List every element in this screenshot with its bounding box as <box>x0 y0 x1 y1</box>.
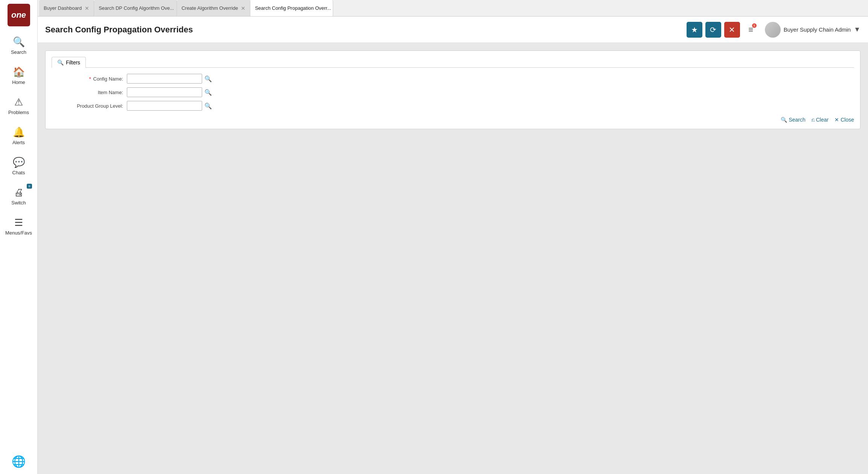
filter-panel: 🔍 Filters * Config Name: 🔍 Item Name: <box>45 50 860 129</box>
tab-label-buyer-dashboard: Buyer Dashboard <box>44 5 82 11</box>
filter-row-item-name: Item Name: 🔍 <box>52 87 854 97</box>
tab-label-create-algorithm: Create Algorithm Override <box>181 5 238 11</box>
close-filter-icon: ✕ <box>834 117 839 123</box>
home-icon: 🏠 <box>13 66 25 78</box>
filter-label-item-name: Item Name: <box>52 90 127 95</box>
tab-search-config-prop[interactable]: Search Config Propagation Overr... ✕ <box>250 0 333 16</box>
filter-row-product-group: Product Group Level: 🔍 <box>52 101 854 111</box>
switch-badge: ≡ <box>27 184 32 189</box>
sidebar-item-label-chats: Chats <box>12 170 25 175</box>
filter-row-config-name: * Config Name: 🔍 <box>52 74 854 84</box>
chat-icon: 💬 <box>13 157 25 168</box>
refresh-icon: ⟳ <box>710 25 716 34</box>
sidebar-item-home[interactable]: 🏠 Home <box>0 64 37 87</box>
tab-create-algorithm[interactable]: Create Algorithm Override ✕ <box>177 0 250 16</box>
search-button[interactable]: 🔍 Search <box>781 117 805 123</box>
sidebar-item-label-home: Home <box>12 79 25 85</box>
search-icon: 🔍 <box>13 36 25 48</box>
close-filter-label: Close <box>841 117 854 123</box>
tab-label-search-dp-config: Search DP Config Algorithm Ove... <box>99 5 174 11</box>
clear-btn-icon: ⎌ <box>812 117 815 123</box>
filter-body: * Config Name: 🔍 Item Name: 🔍 <box>52 67 854 123</box>
sidebar-item-alerts[interactable]: 🔔 Alerts <box>0 124 37 148</box>
item-name-input[interactable] <box>127 87 202 97</box>
clear-button[interactable]: ⎌ Clear <box>812 117 828 123</box>
clear-btn-label: Clear <box>816 117 828 123</box>
config-name-input[interactable] <box>127 74 202 84</box>
sidebar-item-label-problems: Problems <box>8 110 29 115</box>
filter-label-config-name: * Config Name: <box>52 76 127 82</box>
config-name-lookup-icon[interactable]: 🔍 <box>204 75 212 82</box>
switch-icon: 🖨 <box>14 187 24 198</box>
tab-close-create-algorithm[interactable]: ✕ <box>241 5 245 11</box>
close-icon: ✕ <box>729 25 735 34</box>
tab-close-buyer-dashboard[interactable]: ✕ <box>85 5 89 11</box>
user-section: Buyer Supply Chain Admin ▼ <box>765 22 860 38</box>
page-header: Search Config Propagation Overrides ★ ⟳ … <box>38 17 868 43</box>
sidebar-item-label-alerts: Alerts <box>12 140 25 145</box>
close-button[interactable]: ✕ <box>724 22 740 38</box>
sidebar-globe[interactable]: 🌐 <box>12 455 26 468</box>
sidebar-item-problems[interactable]: ⚠ Problems <box>0 94 37 117</box>
app-logo-text: one <box>11 10 26 20</box>
sidebar-item-label-switch: Switch <box>11 200 26 206</box>
required-star: * <box>89 76 91 82</box>
search-btn-label: Search <box>789 117 805 123</box>
menu-button[interactable]: ≡ 1 <box>743 22 759 38</box>
sidebar-item-switch[interactable]: 🖨 ≡ Switch <box>0 184 37 208</box>
star-button[interactable]: ★ <box>687 22 702 38</box>
filter-icon: 🔍 <box>57 59 64 66</box>
main-area: Buyer Dashboard ✕ Search DP Config Algor… <box>38 0 868 474</box>
close-filter-button[interactable]: ✕ Close <box>834 117 854 123</box>
sidebar-item-chats[interactable]: 💬 Chats <box>0 154 37 178</box>
sidebar-item-menus[interactable]: ☰ Menus/Favs <box>0 215 37 238</box>
star-icon: ★ <box>691 25 698 34</box>
notification-badge: 1 <box>752 23 757 28</box>
user-name: Buyer Supply Chain Admin <box>784 26 851 33</box>
tab-search-dp-config[interactable]: Search DP Config Algorithm Ove... ✕ <box>94 0 177 16</box>
tab-bar: Buyer Dashboard ✕ Search DP Config Algor… <box>38 0 868 17</box>
page-title: Search Config Propagation Overrides <box>45 25 687 35</box>
sidebar-item-search[interactable]: 🔍 Search <box>0 34 37 57</box>
avatar <box>765 22 781 38</box>
item-name-lookup-icon[interactable]: 🔍 <box>204 89 212 96</box>
refresh-button[interactable]: ⟳ <box>705 22 721 38</box>
tab-buyer-dashboard[interactable]: Buyer Dashboard ✕ <box>39 0 94 16</box>
content-area: 🔍 Filters * Config Name: 🔍 Item Name: <box>38 43 868 474</box>
sidebar-item-label-search: Search <box>11 49 26 55</box>
filter-actions: 🔍 Search ⎌ Clear ✕ Close <box>52 117 854 123</box>
filter-tab[interactable]: 🔍 Filters <box>52 57 86 68</box>
menu-icon: ☰ <box>14 217 23 229</box>
sidebar: one 🔍 Search 🏠 Home ⚠ Problems 🔔 Alerts … <box>0 0 38 474</box>
warning-icon: ⚠ <box>14 96 23 108</box>
tab-label-search-config-prop: Search Config Propagation Overr... <box>255 5 331 11</box>
filter-tab-label: Filters <box>66 59 80 66</box>
user-dropdown-icon[interactable]: ▼ <box>854 26 860 34</box>
globe-icon: 🌐 <box>12 455 26 468</box>
product-group-input[interactable] <box>127 101 202 111</box>
header-actions: ★ ⟳ ✕ ≡ 1 <box>687 22 759 38</box>
bell-icon: 🔔 <box>13 127 25 138</box>
app-logo[interactable]: one <box>8 4 30 26</box>
search-btn-icon: 🔍 <box>781 117 787 123</box>
product-group-lookup-icon[interactable]: 🔍 <box>204 102 212 110</box>
sidebar-item-label-menus: Menus/Favs <box>5 230 32 236</box>
filter-label-product-group: Product Group Level: <box>52 103 127 109</box>
